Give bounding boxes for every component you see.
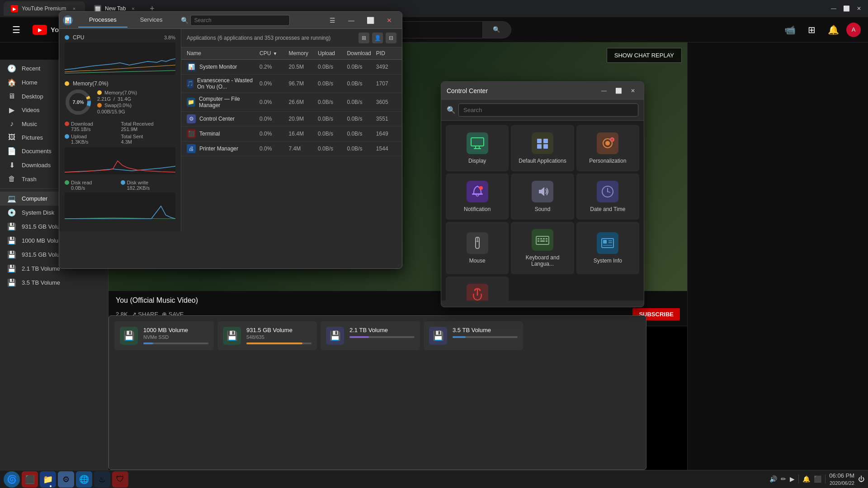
documents-icon: 📄 (7, 147, 16, 155)
proc-down-fileman: 0.0B/s (347, 99, 376, 105)
settings-item-sound[interactable]: Sound (511, 174, 574, 220)
vol931-1-icon: 💾 (7, 222, 16, 231)
sysmon-metrics-panel: CPU 3.8% Memory(7.0%) (59, 29, 181, 231)
settings-item-notification[interactable]: Notification (446, 174, 509, 220)
sidebar-item-3tb[interactable]: 💾 3.5 TB Volume (0, 276, 108, 290)
disk-section: Disk read 0.0B/s Disk write 182.2KB/s (65, 180, 175, 220)
settings-item-keyboard[interactable]: Keyboard and Langua... (511, 222, 574, 274)
vol-card-icon-3tb: 💾 (429, 327, 447, 345)
memory-label-2: Memory(7.0%) (104, 90, 137, 95)
proc-icon-btn-1[interactable]: ⊞ (359, 33, 369, 43)
process-list: 📊 System Monitor 0.2% 20.5M 0.0B/s 0.0B/… (181, 60, 402, 218)
upload-speed: 1.3KB/s (71, 139, 119, 145)
col-name[interactable]: Name (187, 50, 259, 56)
taskbar-app-terminal[interactable]: ⬛ (22, 471, 38, 488)
sysmon-menu-button[interactable]: ☰ (325, 13, 340, 28)
yt-camera-button[interactable]: 📹 (781, 21, 799, 39)
volume-card-3tb[interactable]: 💾 3.5 TB Volume (424, 321, 523, 350)
vol-progress-931gb (246, 343, 311, 344)
net-upload-dot (65, 134, 69, 139)
hamburger-menu-button[interactable]: ☰ (7, 21, 25, 39)
col-cpu[interactable]: CPU ▼ (259, 50, 288, 56)
proc-row-controlcenter[interactable]: ⚙ Control Center 0.0% 20.9M 0.0B/s 0.0B/… (181, 112, 402, 127)
taskbar-app-antivirus[interactable]: 🛡 (112, 471, 128, 488)
system-monitor-window: 📊 Processes Services 🔍 ☰ — ⬜ ✕ CPU 3.8% (59, 11, 402, 269)
taskbar-app-steam[interactable]: ♨ (94, 471, 110, 488)
taskbar-power-icon[interactable]: ⏻ (858, 475, 864, 483)
restore-button[interactable]: ⬜ (841, 3, 852, 14)
proc-pid-terminal: 1649 (376, 131, 396, 137)
taskbar-volume-icon[interactable]: 🔊 (769, 475, 777, 483)
minimize-button[interactable]: — (828, 3, 839, 14)
proc-icon-btn-3[interactable]: ⊟ (386, 33, 396, 43)
yt-avatar[interactable]: A (846, 23, 861, 37)
disk-write-label: Disk write (121, 180, 176, 185)
taskbar-app-settings[interactable]: ⚙ (58, 471, 74, 488)
settings-minimize[interactable]: — (599, 85, 609, 96)
yt-header-icons: 📹 ⊞ 🔔 A (781, 21, 861, 39)
taskbar-arrow-icon[interactable]: ▶ (790, 475, 795, 483)
taskbar-edit-icon[interactable]: ✏ (781, 475, 786, 483)
sysmon-minimize-button[interactable]: — (344, 13, 359, 28)
volume-card-2tb[interactable]: 💾 2.1 TB Volume (321, 321, 420, 350)
show-chat-replay-button[interactable]: SHOW CHAT REPLAY (607, 48, 682, 63)
vol-card-info-931gb: 931.5 GB Volume 548/635 (246, 327, 311, 344)
total-recv-label: Total Received (121, 121, 176, 127)
settings-item-power[interactable]: Power (446, 277, 509, 300)
settings-maximize[interactable]: ⬜ (613, 85, 624, 96)
taskbar-time-value: 06:06 PM (829, 472, 854, 480)
swap-label: Swap(0.0%) (104, 103, 132, 108)
sysmon-tab-services[interactable]: Services (129, 13, 174, 28)
settings-search-input[interactable] (458, 103, 638, 117)
net-upload-stat: Upload 1.3KB/s (65, 134, 119, 145)
close-button[interactable]: ✕ (854, 3, 864, 14)
sidebar-item-desktop-label: Desktop (22, 93, 43, 100)
taskbar-clock[interactable]: 06:06 PM 2020/06/22 (829, 472, 854, 487)
yt-grid-button[interactable]: ⊞ (803, 21, 821, 39)
volume-card-1000mb[interactable]: 💾 1000 MB Volume NVMe SSD (114, 321, 214, 350)
proc-row-sysmon[interactable]: 📊 System Monitor 0.2% 20.5M 0.0B/s 0.0B/… (181, 60, 402, 75)
settings-item-default-apps[interactable]: Default Applications (511, 125, 574, 171)
sysmon-tab-processes[interactable]: Processes (78, 13, 127, 28)
taskbar-app-browser[interactable]: 🌐 (76, 471, 92, 488)
settings-item-datetime[interactable]: Date and Time (576, 174, 639, 220)
cpu-chart (65, 42, 175, 75)
vol-1000mb-icon: 💾 (123, 330, 135, 341)
taskbar-monitor-icon[interactable]: ⬛ (814, 475, 821, 483)
svg-rect-27 (546, 238, 547, 239)
proc-row-terminal[interactable]: ⬛ Terminal 0.0% 16.4M 0.0B/s 0.0B/s 1649 (181, 127, 402, 141)
settings-title: Control Center (447, 87, 595, 94)
settings-item-display[interactable]: Display (446, 125, 509, 171)
memory-donut: 7.0% (65, 89, 92, 116)
memory-total: 31.4G (118, 96, 131, 102)
sysmon-close-button[interactable]: ✕ (382, 13, 396, 28)
sysmon-maximize-button[interactable]: ⬜ (363, 13, 377, 28)
vol-card-name-1000mb: 1000 MB Volume (143, 327, 208, 333)
col-cpu-label: CPU (259, 50, 271, 56)
col-download[interactable]: Download (347, 50, 376, 56)
settings-item-sysinfo[interactable]: System Info (576, 222, 639, 274)
yt-bell-button[interactable]: 🔔 (825, 21, 843, 39)
proc-icon-btn-2[interactable]: 👤 (372, 33, 383, 43)
col-pid[interactable]: PID (376, 50, 396, 56)
taskbar-app-fileman[interactable]: 📁 (40, 471, 56, 488)
recent-icon: 🕐 (7, 64, 16, 73)
yt-search-button[interactable]: 🔍 (482, 21, 511, 38)
settings-item-mouse[interactable]: Mouse (446, 222, 509, 274)
col-cpu-sort: ▼ (273, 51, 277, 56)
proc-row-printer[interactable]: 🖨 Printer Manager 0.0% 7.4M 0.0B/s 0.0B/… (181, 141, 402, 156)
proc-row-evanescence[interactable]: 🎵 Evanescence - Wasted On You (O... 0.0%… (181, 75, 402, 93)
taskbar-app-launcher[interactable]: 🌀 (4, 471, 20, 488)
col-upload[interactable]: Upload (318, 50, 347, 56)
disk-chart (65, 192, 175, 220)
settings-titlebar: Control Center — ⬜ ✕ (441, 82, 644, 100)
taskbar-bell-icon[interactable]: 🔔 (802, 475, 810, 483)
settings-item-personalization[interactable]: Personalization (576, 125, 639, 171)
proc-up-evanescence: 0.0B/s (318, 80, 347, 87)
settings-close[interactable]: ✕ (627, 85, 638, 96)
proc-row-fileman[interactable]: 📁 Computer — File Manager 0.0% 26.6M 0.0… (181, 93, 402, 112)
volume-card-931gb[interactable]: 💾 931.5 GB Volume 548/635 (217, 321, 317, 350)
col-memory[interactable]: Memory (289, 50, 318, 56)
proc-name-terminal: ⬛ Terminal (187, 129, 259, 138)
sysmon-search-input[interactable] (190, 15, 290, 26)
